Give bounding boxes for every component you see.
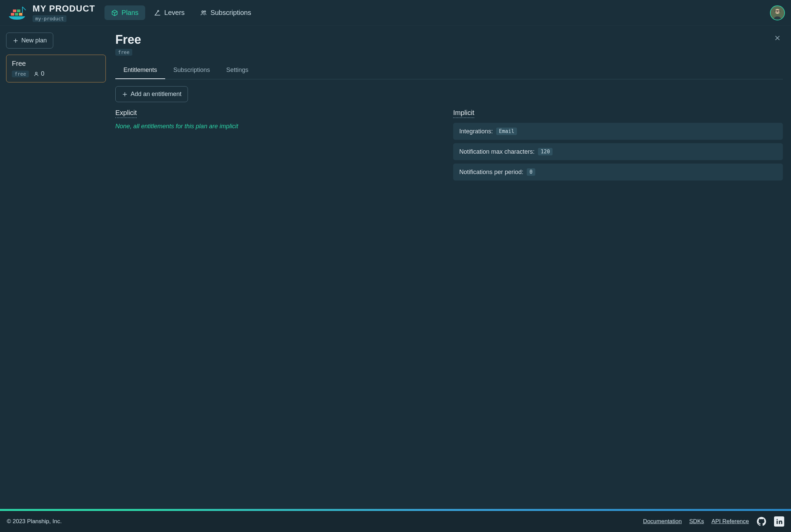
implicit-heading: Implicit (453, 109, 474, 118)
plus-icon (13, 38, 19, 44)
nav-subscriptions-label: Subscriptions (210, 9, 251, 17)
nav-subscriptions[interactable]: Subscriptions (193, 5, 258, 20)
product-name: MY PRODUCT (33, 3, 95, 14)
plan-card-user-count: 0 (34, 70, 44, 77)
svg-point-22 (777, 519, 778, 520)
product-block: MY PRODUCT my-product (33, 3, 95, 22)
footer-link-api-reference[interactable]: API Reference (711, 518, 749, 525)
svg-point-9 (204, 11, 206, 12)
plan-card-title: Free (12, 60, 100, 68)
svg-rect-1 (15, 13, 18, 16)
tab-subscriptions[interactable]: Subscriptions (165, 62, 218, 79)
implicit-item-value: 0 (527, 168, 535, 176)
svg-line-6 (22, 7, 26, 10)
main-nav: Plans Levers Subscriptions (104, 5, 258, 20)
user-icon (34, 71, 39, 77)
add-entitlement-button[interactable]: Add an entitlement (115, 86, 188, 102)
implicit-item-label: Notification max characters: (459, 148, 535, 155)
plan-card-meta: free 0 (12, 70, 100, 77)
plan-card-user-count-value: 0 (41, 70, 44, 77)
footer-link-sdks[interactable]: SDKs (689, 518, 704, 525)
footer-copyright: © 2023 Planship, Inc. (7, 518, 62, 525)
nav-levers[interactable]: Levers (147, 5, 191, 20)
close-button[interactable] (772, 33, 783, 43)
explicit-column: Explicit None, all entitlements for this… (115, 109, 445, 184)
implicit-item-label: Notifications per period: (459, 169, 523, 176)
add-entitlement-label: Add an entitlement (131, 91, 181, 98)
svg-point-7 (158, 10, 159, 11)
ship-icon (6, 5, 28, 21)
github-icon (757, 517, 766, 526)
header: MY PRODUCT my-product Plans Levers Subsc… (0, 0, 791, 26)
implicit-column: Implicit Integrations: Email Notificatio… (453, 109, 783, 184)
plan-card-slug: free (12, 71, 29, 77)
tabs: Entitlements Subscriptions Settings (115, 62, 783, 79)
footer-link-documentation[interactable]: Documentation (643, 518, 682, 525)
content-title-block: Free free (115, 33, 141, 56)
nav-plans[interactable]: Plans (104, 5, 145, 20)
implicit-item-value: 120 (538, 148, 553, 155)
linkedin-icon (776, 518, 783, 525)
new-plan-button[interactable]: New plan (6, 33, 53, 49)
explicit-heading: Explicit (115, 109, 137, 118)
sidebar: New plan Free free 0 (0, 26, 112, 509)
user-avatar[interactable] (770, 5, 785, 20)
nav-levers-label: Levers (164, 9, 185, 17)
svg-point-16 (35, 72, 37, 74)
tab-settings[interactable]: Settings (218, 62, 256, 79)
content: Free free Entitlements Subscriptions Set… (112, 26, 791, 509)
linkedin-link[interactable] (774, 516, 784, 527)
implicit-item[interactable]: Notification max characters: 120 (453, 143, 783, 160)
close-icon (774, 35, 781, 41)
implicit-item-label: Integrations: (459, 128, 493, 135)
content-title: Free (115, 33, 141, 47)
content-header: Free free (115, 33, 783, 56)
footer: © 2023 Planship, Inc. Documentation SDKs… (0, 511, 791, 532)
svg-rect-3 (13, 10, 16, 12)
svg-rect-2 (19, 13, 22, 16)
sidebar-plan-card[interactable]: Free free 0 (6, 55, 106, 82)
github-link[interactable] (756, 516, 767, 527)
users-icon (200, 10, 207, 16)
implicit-item[interactable]: Integrations: Email (453, 123, 783, 140)
box-icon (111, 10, 118, 16)
main: New plan Free free 0 Free free (0, 26, 791, 509)
explicit-empty-message: None, all entitlements for this plan are… (115, 123, 445, 130)
nav-plans-label: Plans (121, 9, 138, 17)
svg-rect-21 (777, 521, 778, 524)
avatar-image (771, 5, 784, 20)
svg-rect-4 (17, 10, 20, 12)
lever-icon (154, 10, 161, 16)
entitlements-sections: Explicit None, all entitlements for this… (115, 109, 783, 184)
content-slug: free (115, 49, 132, 56)
implicit-item-value: Email (496, 128, 517, 135)
product-slug: my-product (33, 15, 66, 22)
implicit-item[interactable]: Notifications per period: 0 (453, 164, 783, 180)
new-plan-label: New plan (21, 37, 47, 44)
svg-rect-0 (11, 13, 14, 16)
svg-point-8 (202, 11, 204, 13)
tab-entitlements[interactable]: Entitlements (115, 62, 165, 79)
plus-icon (122, 91, 128, 97)
product-logo (6, 5, 28, 21)
